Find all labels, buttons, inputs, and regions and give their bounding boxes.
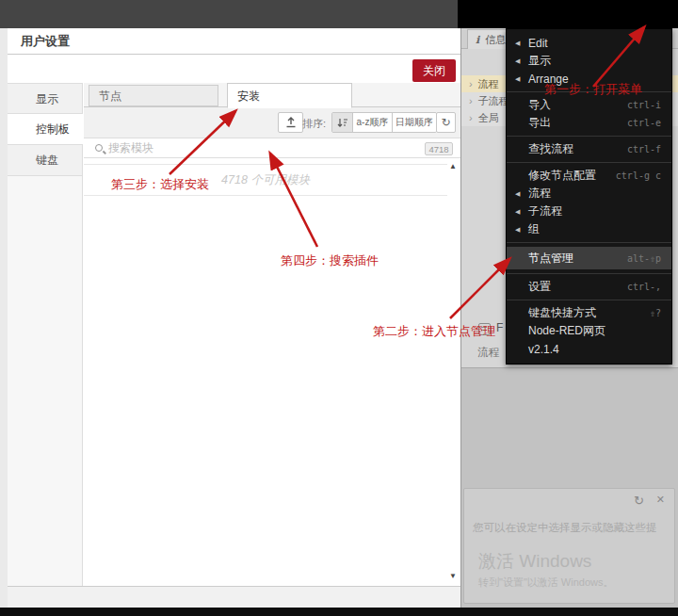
- dialog-title: 用户设置: [8, 28, 460, 55]
- sort-button-group: a-z顺序 日期顺序: [331, 112, 437, 133]
- settings-sidebar: 显示 控制板 键盘: [8, 83, 83, 586]
- submenu-arrow-icon: ◀: [515, 57, 528, 65]
- menu-item-label: 导入: [528, 97, 551, 113]
- module-list-summary: 4718 个可用模块: [84, 164, 447, 196]
- module-count-badge: 4718: [425, 142, 453, 155]
- refresh-icon: ↻: [441, 116, 450, 129]
- submenu-arrow-icon: ◀: [515, 226, 528, 234]
- menu-item-config-nodes[interactable]: 修改节点配置 ctrl-g c: [507, 167, 671, 185]
- notification-close-icon[interactable]: ✕: [656, 494, 665, 506]
- module-search-row: 4718: [84, 138, 460, 158]
- dialog-footer: [8, 586, 460, 608]
- taskbar-strip: [0, 608, 678, 616]
- menu-item-label: 设置: [528, 279, 551, 295]
- info-tab-label: 信息: [485, 33, 506, 47]
- menu-separator: [507, 273, 671, 274]
- menu-item-flows[interactable]: ◀ 流程: [507, 185, 671, 203]
- search-icon: [95, 144, 103, 152]
- menu-item-arrange[interactable]: ◀ Arrange: [507, 70, 671, 88]
- menu-item-view[interactable]: ◀ 显示: [507, 52, 671, 70]
- menu-item-label: Arrange: [528, 73, 569, 86]
- tab-nodes[interactable]: 节点: [89, 85, 218, 106]
- user-settings-dialog: 用户设置 关闭 显示 控制板 键盘 节点 安装 排序:: [8, 28, 461, 608]
- menu-item-groups[interactable]: ◀ 组: [507, 220, 671, 238]
- menu-shortcut: ctrl-e: [627, 118, 661, 128]
- menu-item-import[interactable]: 导入 ctrl-i: [507, 96, 671, 114]
- menu-shortcut: ctrl-,: [627, 282, 661, 292]
- activate-windows-watermark: 激活 Windows: [478, 549, 591, 574]
- menu-item-label: 键盘快捷方式: [528, 305, 596, 321]
- sidebar-item-view[interactable]: 显示: [8, 83, 82, 114]
- menu-separator: [507, 136, 671, 137]
- upload-icon: [285, 117, 297, 128]
- menu-item-keyboard-shortcuts[interactable]: 键盘快捷方式 ⇧?: [507, 304, 671, 322]
- menu-item-settings[interactable]: 设置 ctrl-,: [507, 278, 671, 296]
- menu-item-search-flows[interactable]: 查找流程 ctrl-f: [507, 140, 671, 158]
- submenu-arrow-icon: ◀: [515, 190, 528, 198]
- menu-item-label: Edit: [528, 37, 548, 50]
- menu-item-edit[interactable]: ◀ Edit: [507, 34, 671, 52]
- palette-toolbar: 排序: a-z顺序 日期顺序 ↻: [84, 107, 460, 138]
- menu-separator: [507, 300, 671, 300]
- tree-item-label: 全局: [478, 111, 499, 125]
- menu-item-label: 流程: [528, 186, 551, 202]
- menu-item-subflows[interactable]: ◀ 子流程: [507, 203, 671, 220]
- sort-amount-icon: [337, 118, 348, 128]
- flow-icon: [478, 323, 491, 335]
- notification-refresh-icon[interactable]: ↻: [634, 494, 644, 508]
- refresh-modules-button[interactable]: ↻: [436, 112, 456, 133]
- chevron-right-icon: ›: [469, 95, 473, 106]
- menu-item-label: 修改节点配置: [528, 168, 596, 184]
- info-icon: i: [476, 34, 479, 46]
- notification-panel: ↻ ✕ 您可以在设定中选择显示或隐藏这些提 激活 Windows 转到"设置"以…: [463, 488, 675, 604]
- menu-item-label: 导出: [528, 115, 551, 131]
- page-edge: [0, 28, 8, 608]
- menu-item-nodered-website[interactable]: Node-RED网页: [507, 322, 671, 340]
- palette-tabs-row: 节点 安装: [84, 83, 460, 107]
- scroll-up-icon[interactable]: ▲: [449, 162, 457, 170]
- flow-badge-label: F: [496, 321, 503, 334]
- sort-relevance-button[interactable]: [332, 113, 353, 132]
- activate-windows-subtext: 转到"设置"以激活 Windows。: [478, 575, 614, 590]
- menu-item-label: 查找流程: [528, 141, 573, 157]
- submenu-arrow-icon: ◀: [515, 208, 528, 216]
- menu-item-label: 子流程: [528, 203, 562, 219]
- module-list[interactable]: 4718 个可用模块 ▲ ▼: [84, 159, 460, 586]
- menu-separator: [507, 242, 671, 243]
- menu-separator: [507, 162, 671, 163]
- tree-item-label: 子流程: [478, 94, 509, 108]
- tree-item-label: 流程: [478, 77, 499, 91]
- editor-header-bar: 部署 ▼: [458, 0, 678, 28]
- screen: 部署 ▼ 用户设置 关闭 显示 控制板 键盘 节点 安装: [0, 0, 678, 616]
- submenu-arrow-icon: ◀: [515, 40, 528, 47]
- submenu-arrow-icon: ◀: [515, 75, 528, 83]
- sidebar-item-palette[interactable]: 控制板: [8, 114, 83, 145]
- menu-shortcut: ctrl-i: [627, 100, 661, 110]
- menu-shortcut: ctrl-g c: [616, 170, 661, 181]
- scroll-down-icon[interactable]: ▼: [449, 572, 457, 580]
- sort-label: 排序:: [302, 117, 326, 131]
- sort-az-button[interactable]: a-z顺序: [353, 113, 393, 132]
- menu-item-label: Node-RED网页: [528, 323, 605, 339]
- menu-item-label: 显示: [528, 53, 551, 69]
- sidebar-item-keyboard[interactable]: 键盘: [8, 145, 82, 176]
- menu-separator: [507, 91, 671, 92]
- close-button[interactable]: 关闭: [412, 59, 456, 82]
- upload-module-button[interactable]: [278, 112, 303, 133]
- menu-item-export[interactable]: 导出 ctrl-e: [507, 114, 671, 132]
- menu-shortcut: ctrl-f: [627, 144, 661, 154]
- notification-tip-text: 您可以在设定中选择显示或隐藏这些提: [473, 521, 669, 535]
- menu-item-label: 组: [528, 221, 540, 237]
- menu-item-label: v2.1.4: [528, 343, 559, 356]
- module-search-input[interactable]: [108, 139, 419, 156]
- chevron-right-icon: ›: [469, 78, 473, 89]
- menu-item-label: 节点管理: [528, 251, 573, 267]
- sort-date-button[interactable]: 日期顺序: [393, 113, 436, 132]
- main-dropdown-menu: ◀ Edit ◀ 显示 ◀ Arrange 导入 ctrl-i 导出 ctrl-…: [506, 28, 672, 365]
- tab-install[interactable]: 安装: [227, 83, 352, 108]
- menu-item-manage-palette[interactable]: 节点管理 alt-⇧p: [507, 247, 671, 269]
- menu-item-version: v2.1.4: [507, 340, 671, 358]
- chevron-right-icon: ›: [469, 112, 473, 123]
- menu-shortcut: alt-⇧p: [627, 253, 661, 264]
- dialog-header-bar: [0, 0, 458, 28]
